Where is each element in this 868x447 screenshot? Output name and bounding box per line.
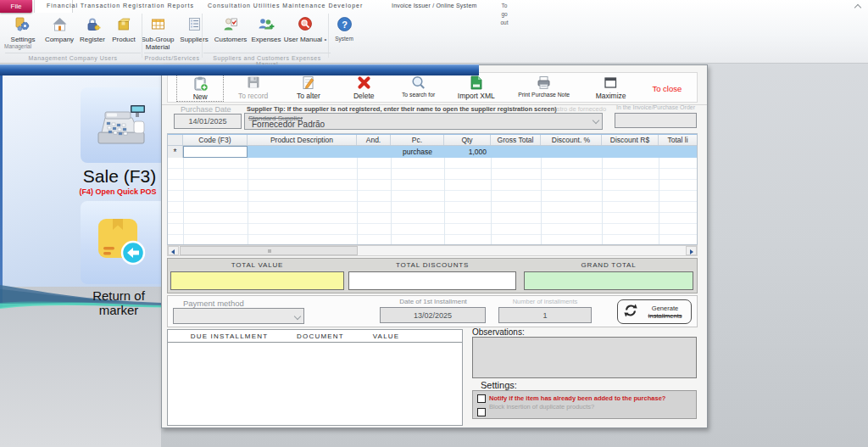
installments-table[interactable]: DUE INSTALLMENT DOCUMENT VALUE — [167, 329, 463, 426]
import-xml-button[interactable]: Import XML — [449, 73, 504, 102]
supplier-combobox[interactable]: Standard Supplier Fornecedor Padrão — [244, 113, 603, 130]
return-title[interactable]: Return of marker — [76, 288, 161, 317]
ribbon-label: Settings — [3, 36, 42, 43]
group-divider — [142, 14, 142, 58]
col-discount-rs[interactable]: Discount R$ — [602, 135, 659, 145]
settings-panel: Notify if the item has already been adde… — [472, 390, 697, 419]
menu-invoice-issuer-online-system[interactable]: Invoice Issuer / Online System — [392, 3, 477, 8]
group-label-management-company-users: Management Company Users — [5, 53, 141, 61]
print-purchase-note-button[interactable]: Print Purchase Note — [509, 73, 580, 102]
col-document: DOCUMENT — [287, 332, 354, 340]
block-duplicate-checkbox[interactable] — [477, 408, 486, 416]
toolbar-label: Import XML — [449, 92, 504, 100]
ribbon-company-button[interactable]: Company — [42, 14, 76, 43]
return-tile-button[interactable] — [81, 201, 161, 284]
first-installment-label: Date of 1st Installment — [374, 298, 492, 305]
ribbon-system-button[interactable]: ? System — [330, 14, 359, 42]
cash-register-icon — [93, 100, 149, 151]
sale-title[interactable]: Sale (F3) — [78, 166, 161, 187]
grid-new-row[interactable]: * purchase 1,000 — [168, 146, 697, 158]
new-clipboard-icon — [177, 75, 223, 91]
printer-icon — [509, 75, 580, 90]
ribbon-register-button[interactable]: Register — [76, 14, 108, 43]
menu-consultation-utilities-maintenance-developer[interactable]: Consultation Utilities Maintenance Devel… — [208, 3, 363, 8]
installments-count-field[interactable]: 1 — [498, 307, 592, 323]
delete-button[interactable]: Delete — [340, 73, 387, 102]
menu-financial-transaction-registration-reports[interactable]: Financial Transaction Registration Repor… — [47, 3, 194, 8]
col-product-description[interactable]: Product Description — [248, 135, 357, 145]
gross-total-cell[interactable] — [491, 146, 541, 158]
edit-page-icon — [282, 75, 335, 90]
ribbon-product-button[interactable]: Product — [108, 14, 139, 43]
search-button[interactable]: To search for — [392, 73, 443, 102]
pc-cell[interactable]: purchase — [391, 146, 444, 158]
magnifier-icon — [392, 75, 443, 90]
discount-rs-cell[interactable] — [602, 146, 659, 158]
purchase-date-field[interactable]: 14/01/2025 — [174, 114, 242, 129]
col-value: VALUE — [359, 332, 414, 340]
file-button[interactable]: File — [0, 0, 32, 13]
ribbon-separator — [328, 14, 329, 58]
col-discount-pct[interactable]: Discount. % — [541, 135, 602, 145]
window-left-edge — [0, 75, 3, 307]
red-x-icon — [340, 75, 387, 90]
payment-method-combobox[interactable] — [173, 308, 304, 324]
quick-pos-hint[interactable]: (F4) Open Quick POS — [75, 187, 161, 196]
scroll-right-button[interactable] — [686, 246, 697, 255]
total-li-cell[interactable] — [659, 146, 697, 158]
generate-installments-button[interactable]: Generate Installments — [617, 299, 692, 324]
total-value-field[interactable] — [170, 271, 344, 290]
maximize-button[interactable]: Maximize — [584, 73, 637, 102]
scrollbar-thumb[interactable] — [180, 246, 358, 255]
ribbon-user-manual-button[interactable]: User Manual • — [283, 14, 327, 43]
ribbon-label: User Manual • — [283, 36, 327, 43]
ribbon-expenses-button[interactable]: Expenses — [249, 14, 283, 43]
col-total-li[interactable]: Total li — [659, 135, 697, 145]
new-button[interactable]: New — [176, 73, 224, 102]
invoice-order-field[interactable] — [615, 113, 697, 128]
ribbon-label: Expenses — [249, 36, 283, 43]
col-gross-total[interactable]: Gross Total — [491, 135, 541, 145]
ribbon-customers-button[interactable]: Customers — [212, 14, 249, 43]
ribbon-settings-button[interactable]: Settings — [3, 14, 42, 43]
description-cell[interactable] — [248, 146, 357, 158]
sale-tile-button[interactable] — [81, 87, 161, 163]
col-qty[interactable]: Qty — [444, 135, 491, 145]
col-code[interactable]: Code (F3) — [183, 135, 248, 145]
grid-body[interactable]: * purchase 1,000 — [168, 146, 697, 244]
close-button[interactable]: To close — [643, 73, 692, 102]
payment-panel: Payment method Date of 1st Installment 1… — [167, 295, 698, 327]
first-installment-field[interactable]: 13/02/2025 — [380, 307, 486, 323]
notify-duplicate-checkbox[interactable] — [477, 394, 486, 403]
ribbon-collapse-icon[interactable] — [854, 3, 861, 10]
items-grid[interactable]: Code (F3) Product Description And. Pc. Q… — [167, 133, 698, 245]
code-cell[interactable] — [183, 146, 248, 158]
dropdown-bullet[interactable]: • — [324, 36, 326, 43]
ribbon-suppliers-button[interactable]: Suppliers — [176, 14, 212, 43]
row-marker: * — [168, 146, 183, 158]
return-title-line: marker — [76, 303, 161, 317]
toolbar-label: Delete — [340, 92, 387, 100]
and-cell[interactable] — [357, 146, 391, 158]
question-icon: ? — [330, 15, 359, 32]
payment-method-label: Payment method — [183, 299, 244, 308]
block-duplicate-label: Block insertion of duplicate products? — [489, 403, 594, 411]
qty-cell[interactable]: 1,000 — [444, 146, 491, 158]
refresh-icon — [622, 302, 639, 322]
grid-horizontal-scrollbar[interactable] — [167, 245, 698, 256]
menu-to-go-out[interactable]: To go out — [497, 2, 512, 27]
observations-label: Observations: — [472, 327, 525, 337]
record-button: To record — [229, 73, 276, 102]
total-discounts-field[interactable] — [348, 271, 516, 290]
ribbon-subgroup-material-button[interactable]: Sub-Group Material — [139, 14, 176, 51]
col-pc[interactable]: Pc. — [391, 135, 444, 145]
chevron-down-icon[interactable] — [592, 117, 600, 126]
alter-button[interactable]: To alter — [282, 73, 335, 102]
chevron-down-icon[interactable] — [293, 313, 302, 321]
observations-textarea[interactable] — [472, 337, 697, 378]
col-and[interactable]: And. — [357, 135, 391, 145]
discount-pct-cell[interactable] — [541, 146, 602, 158]
scroll-left-button[interactable] — [168, 246, 179, 255]
grand-total-field[interactable] — [524, 271, 693, 290]
toolbar-label: New — [177, 92, 223, 101]
